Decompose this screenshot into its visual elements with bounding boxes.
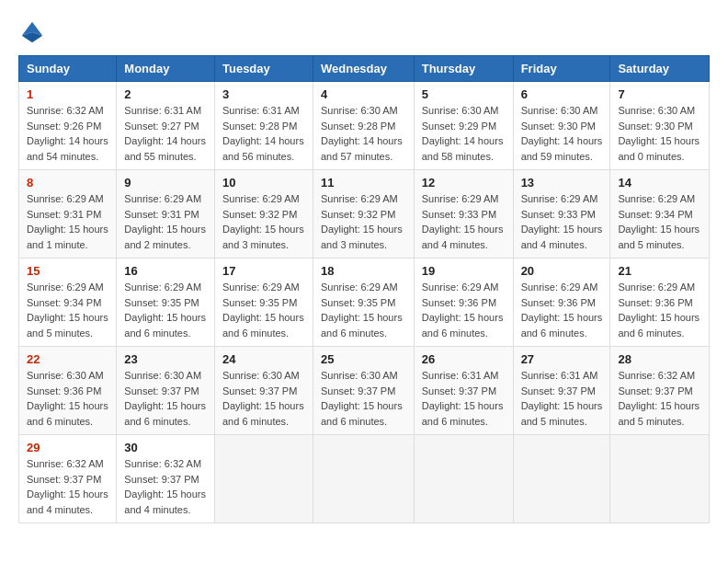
day-info: Sunrise: 6:29 AMSunset: 9:31 PMDaylight:… (124, 191, 207, 252)
day-info: Sunrise: 6:29 AMSunset: 9:31 PMDaylight:… (27, 191, 108, 252)
week-row-3: 15Sunrise: 6:29 AMSunset: 9:34 PMDayligh… (19, 259, 710, 347)
day-info: Sunrise: 6:30 AMSunset: 9:37 PMDaylight:… (124, 368, 207, 429)
week-row-5: 29Sunrise: 6:32 AMSunset: 9:37 PMDayligh… (19, 435, 710, 523)
day-number: 14 (618, 176, 701, 190)
day-number: 30 (124, 441, 207, 454)
logo (18, 18, 50, 46)
day-info: Sunrise: 6:30 AMSunset: 9:30 PMDaylight:… (521, 103, 603, 164)
week-row-4: 22Sunrise: 6:30 AMSunset: 9:36 PMDayligh… (19, 347, 710, 435)
day-number: 12 (422, 176, 506, 190)
calendar-cell: 17Sunrise: 6:29 AMSunset: 9:35 PMDayligh… (214, 259, 313, 347)
calendar-cell: 1Sunrise: 6:32 AMSunset: 9:26 PMDaylight… (19, 82, 117, 170)
day-number: 19 (422, 264, 506, 278)
day-number: 22 (27, 352, 108, 366)
calendar-cell: 27Sunrise: 6:31 AMSunset: 9:37 PMDayligh… (513, 347, 610, 435)
calendar-cell: 19Sunrise: 6:29 AMSunset: 9:36 PMDayligh… (414, 259, 513, 347)
day-number: 3 (222, 87, 305, 101)
column-header-saturday: Saturday (610, 56, 710, 82)
day-number: 28 (618, 352, 701, 366)
day-info: Sunrise: 6:29 AMSunset: 9:34 PMDaylight:… (27, 280, 108, 340)
calendar-cell: 12Sunrise: 6:29 AMSunset: 9:33 PMDayligh… (414, 170, 513, 259)
calendar-cell (414, 435, 513, 523)
calendar-cell: 6Sunrise: 6:30 AMSunset: 9:30 PMDaylight… (513, 82, 610, 170)
calendar-cell: 21Sunrise: 6:29 AMSunset: 9:36 PMDayligh… (610, 259, 710, 347)
day-info: Sunrise: 6:31 AMSunset: 9:28 PMDaylight:… (222, 103, 305, 164)
day-info: Sunrise: 6:29 AMSunset: 9:35 PMDaylight:… (124, 280, 207, 340)
day-info: Sunrise: 6:29 AMSunset: 9:32 PMDaylight:… (222, 191, 305, 252)
calendar-cell: 7Sunrise: 6:30 AMSunset: 9:30 PMDaylight… (610, 82, 710, 170)
day-number: 24 (222, 352, 305, 366)
day-info: Sunrise: 6:29 AMSunset: 9:35 PMDaylight:… (321, 280, 406, 340)
day-number: 6 (521, 87, 603, 101)
column-header-friday: Friday (513, 56, 610, 82)
calendar-cell: 23Sunrise: 6:30 AMSunset: 9:37 PMDayligh… (117, 347, 215, 435)
day-info: Sunrise: 6:30 AMSunset: 9:36 PMDaylight:… (27, 368, 108, 429)
calendar-cell: 22Sunrise: 6:30 AMSunset: 9:36 PMDayligh… (19, 347, 117, 435)
calendar-cell: 26Sunrise: 6:31 AMSunset: 9:37 PMDayligh… (414, 347, 513, 435)
day-number: 11 (321, 176, 406, 190)
calendar-cell (214, 435, 313, 523)
day-info: Sunrise: 6:29 AMSunset: 9:36 PMDaylight:… (521, 280, 603, 340)
calendar-cell: 28Sunrise: 6:32 AMSunset: 9:37 PMDayligh… (610, 347, 710, 435)
day-number: 4 (321, 87, 406, 101)
day-info: Sunrise: 6:29 AMSunset: 9:32 PMDaylight:… (321, 191, 406, 252)
calendar-cell: 8Sunrise: 6:29 AMSunset: 9:31 PMDaylight… (19, 170, 117, 259)
day-info: Sunrise: 6:31 AMSunset: 9:37 PMDaylight:… (521, 368, 603, 429)
calendar: SundayMondayTuesdayWednesdayThursdayFrid… (18, 55, 710, 523)
calendar-cell: 14Sunrise: 6:29 AMSunset: 9:34 PMDayligh… (610, 170, 710, 259)
day-number: 16 (124, 264, 207, 278)
day-info: Sunrise: 6:30 AMSunset: 9:28 PMDaylight:… (321, 103, 406, 164)
week-row-2: 8Sunrise: 6:29 AMSunset: 9:31 PMDaylight… (19, 170, 710, 259)
calendar-cell: 11Sunrise: 6:29 AMSunset: 9:32 PMDayligh… (313, 170, 414, 259)
day-info: Sunrise: 6:32 AMSunset: 9:37 PMDaylight:… (618, 368, 701, 429)
calendar-cell (513, 435, 610, 523)
day-info: Sunrise: 6:29 AMSunset: 9:36 PMDaylight:… (422, 280, 506, 340)
logo-icon (18, 18, 46, 46)
day-number: 20 (521, 264, 603, 278)
day-info: Sunrise: 6:29 AMSunset: 9:33 PMDaylight:… (422, 191, 506, 252)
calendar-cell: 15Sunrise: 6:29 AMSunset: 9:34 PMDayligh… (19, 259, 117, 347)
calendar-cell: 2Sunrise: 6:31 AMSunset: 9:27 PMDaylight… (117, 82, 215, 170)
day-number: 1 (27, 87, 108, 101)
calendar-cell: 10Sunrise: 6:29 AMSunset: 9:32 PMDayligh… (214, 170, 313, 259)
day-info: Sunrise: 6:32 AMSunset: 9:26 PMDaylight:… (27, 103, 108, 164)
day-number: 7 (618, 87, 701, 101)
column-header-wednesday: Wednesday (313, 56, 414, 82)
column-header-tuesday: Tuesday (214, 56, 313, 82)
day-number: 2 (124, 87, 207, 101)
day-number: 5 (422, 87, 506, 101)
calendar-cell (313, 435, 414, 523)
calendar-cell: 30Sunrise: 6:32 AMSunset: 9:37 PMDayligh… (117, 435, 215, 523)
day-info: Sunrise: 6:29 AMSunset: 9:35 PMDaylight:… (222, 280, 305, 340)
day-info: Sunrise: 6:30 AMSunset: 9:37 PMDaylight:… (321, 368, 406, 429)
calendar-cell: 4Sunrise: 6:30 AMSunset: 9:28 PMDaylight… (313, 82, 414, 170)
calendar-cell: 29Sunrise: 6:32 AMSunset: 9:37 PMDayligh… (19, 435, 117, 523)
week-row-1: 1Sunrise: 6:32 AMSunset: 9:26 PMDaylight… (19, 82, 710, 170)
calendar-cell: 3Sunrise: 6:31 AMSunset: 9:28 PMDaylight… (214, 82, 313, 170)
day-number: 27 (521, 352, 603, 366)
day-number: 13 (521, 176, 603, 190)
calendar-cell (610, 435, 710, 523)
day-info: Sunrise: 6:29 AMSunset: 9:36 PMDaylight:… (618, 280, 701, 340)
day-number: 17 (222, 264, 305, 278)
day-number: 8 (27, 176, 108, 190)
day-info: Sunrise: 6:29 AMSunset: 9:34 PMDaylight:… (618, 191, 701, 252)
day-number: 10 (222, 176, 305, 190)
day-info: Sunrise: 6:30 AMSunset: 9:37 PMDaylight:… (222, 368, 305, 429)
calendar-cell: 25Sunrise: 6:30 AMSunset: 9:37 PMDayligh… (313, 347, 414, 435)
calendar-cell: 20Sunrise: 6:29 AMSunset: 9:36 PMDayligh… (513, 259, 610, 347)
day-number: 18 (321, 264, 406, 278)
day-info: Sunrise: 6:31 AMSunset: 9:37 PMDaylight:… (422, 368, 506, 429)
day-number: 26 (422, 352, 506, 366)
day-info: Sunrise: 6:31 AMSunset: 9:27 PMDaylight:… (124, 103, 207, 164)
column-header-monday: Monday (117, 56, 215, 82)
calendar-cell: 13Sunrise: 6:29 AMSunset: 9:33 PMDayligh… (513, 170, 610, 259)
day-number: 21 (618, 264, 701, 278)
column-header-thursday: Thursday (414, 56, 513, 82)
day-info: Sunrise: 6:29 AMSunset: 9:33 PMDaylight:… (521, 191, 603, 252)
day-info: Sunrise: 6:32 AMSunset: 9:37 PMDaylight:… (124, 456, 207, 517)
day-number: 23 (124, 352, 207, 366)
day-info: Sunrise: 6:30 AMSunset: 9:29 PMDaylight:… (422, 103, 506, 164)
calendar-cell: 18Sunrise: 6:29 AMSunset: 9:35 PMDayligh… (313, 259, 414, 347)
day-number: 25 (321, 352, 406, 366)
